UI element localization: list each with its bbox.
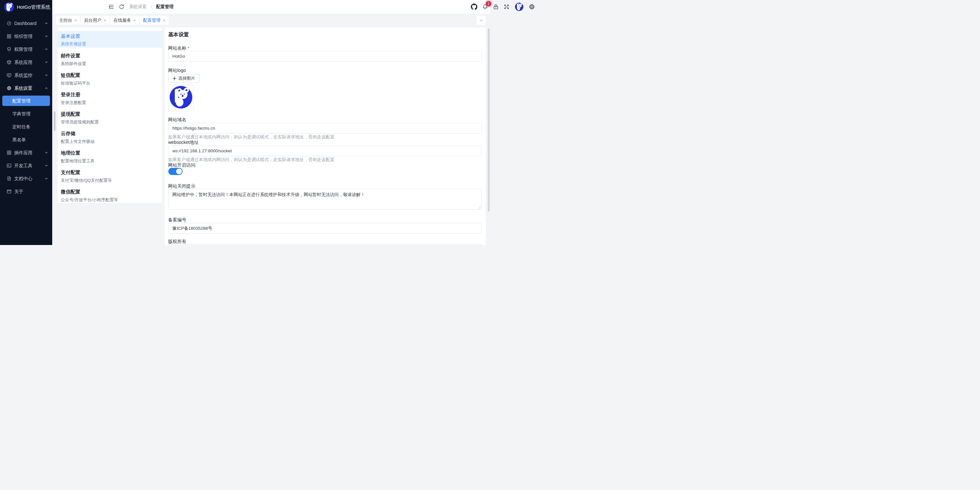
terminal-icon [6, 163, 12, 168]
content-area: 基本设置 系统常规设置 邮件设置 系统邮件设置 短信配置 短信验证码平台 登录注… [52, 27, 490, 245]
sidebar-item-plugins[interactable]: 插件应用 [0, 146, 52, 159]
chevron-down-icon [45, 164, 48, 167]
sidebar-subitem-scheduled-tasks[interactable]: 定时任务 [0, 120, 52, 133]
breadcrumb-parent[interactable]: 系统设置 [129, 4, 146, 9]
copyright-input[interactable] [168, 244, 482, 245]
chevron-down-icon [45, 48, 48, 51]
site-name-input[interactable] [168, 51, 482, 62]
chevron-down-icon [479, 18, 484, 23]
plus-icon [172, 76, 177, 80]
sidebar-subitem-dictionary[interactable]: 字典管理 [0, 107, 52, 120]
breadcrumb-separator: / [151, 4, 152, 9]
site-domain-input[interactable] [168, 123, 482, 133]
sidebar: HotGo管理系统 Dashboard 组织管理 权限管理 系统应用 系统 [0, 0, 52, 245]
tab-bar: 主控台 × 后台用户 × 在线服务 × 配置管理 × [52, 14, 490, 27]
settings-menu-item-basic[interactable]: 基本设置 系统常规设置 [58, 31, 162, 48]
sidebar-item-permissions[interactable]: 权限管理 [0, 43, 52, 56]
close-icon[interactable]: × [163, 18, 165, 23]
settings-menu-item-login[interactable]: 登录注册 登录注册配置 [58, 92, 162, 106]
tab-online-service[interactable]: 在线服务 × [110, 16, 139, 25]
pick-image-button[interactable]: 选择图片 [168, 74, 199, 82]
close-icon[interactable]: × [133, 18, 136, 23]
site-logo-preview[interactable] [168, 85, 194, 110]
form-title: 基本设置 [168, 32, 189, 38]
chevron-down-icon [45, 60, 48, 64]
close-tip-textarea[interactable]: 网站维护中，暂时无法访问！本网站正在进行系统维护和技术升级，网站暂时无法访问，敬… [168, 189, 482, 210]
site-name-label: 网站名称* [168, 45, 189, 51]
notification-badge: 1 [486, 1, 490, 6]
chevron-up-icon [45, 87, 48, 90]
koala-logo-icon [4, 2, 14, 12]
site-access-toggle[interactable] [168, 168, 183, 175]
koala-logo-image [170, 86, 192, 109]
github-icon[interactable] [471, 3, 477, 10]
close-icon[interactable]: × [104, 18, 107, 23]
close-icon[interactable]: × [75, 18, 77, 23]
sidebar-subitem-blacklist[interactable]: 黑名单 [0, 133, 52, 146]
apps-icon [6, 150, 12, 155]
monitor-chart-icon [6, 73, 12, 78]
shield-check-icon [6, 47, 12, 52]
sidebar-item-dashboard[interactable]: Dashboard [0, 17, 52, 30]
settings-menu-item-email[interactable]: 邮件设置 系统邮件设置 [58, 53, 162, 67]
app-logo-row[interactable]: HotGo管理系统 [0, 0, 52, 14]
tab-collapse-button[interactable] [477, 16, 486, 25]
about-frame-icon [6, 189, 12, 194]
page-scrollbar-thumb[interactable] [488, 29, 490, 212]
required-mark: * [188, 46, 189, 51]
document-icon [6, 176, 12, 181]
toggle-knob [176, 168, 182, 174]
chevron-down-icon [45, 35, 48, 38]
sidebar-subitem-config-management[interactable]: 配置管理 [2, 95, 50, 106]
icp-input[interactable] [168, 223, 482, 234]
settings-menu-item-wechat[interactable]: 微信配置 公众号/开放平台/小程序配置等 [58, 189, 162, 203]
gear-icon [6, 86, 12, 91]
settings-menu-item-cloud-storage[interactable]: 云存储 配置上传文件驱动 [58, 131, 162, 144]
settings-menu-item-payment[interactable]: 支付配置 支付宝/微信/QQ支付配置等 [58, 170, 162, 184]
app-title: HotGo管理系统 [17, 0, 50, 14]
refresh-icon[interactable] [118, 3, 125, 10]
sidebar-item-about[interactable]: 关于 [0, 185, 52, 198]
tab-config-management[interactable]: 配置管理 × [140, 16, 169, 25]
breadcrumb-current: 配置管理 [156, 4, 173, 9]
websocket-helper: 如果客户端通过本地或内网访问，则认为是调试模式，走实际请求地址，否则走该配置 [168, 157, 335, 163]
sidebar-item-docs-center[interactable]: 文档中心 [0, 172, 52, 185]
sidebar-item-system-settings[interactable]: 系统设置 [0, 82, 52, 95]
basic-settings-form: 基本设置 网站名称* 网站logo 选择图片 网站域名 如果客户端通过本地或内网 [165, 27, 486, 245]
settings-menu-card: 基本设置 系统常规设置 邮件设置 系统邮件设置 短信配置 短信验证码平台 登录注… [58, 27, 162, 203]
sidebar-item-system-monitor[interactable]: 系统监控 [0, 69, 52, 82]
sidebar-item-system-apps[interactable]: 系统应用 [0, 56, 52, 69]
icp-label: 备案编号 [168, 217, 186, 223]
close-tip-label: 网站关闭提示 [168, 184, 196, 189]
chevron-down-icon [45, 151, 48, 154]
websocket-label: websocket地址 [168, 140, 199, 146]
sidebar-item-organization[interactable]: 组织管理 [0, 30, 52, 43]
menu-fold-icon[interactable] [108, 3, 115, 10]
sidebar-scrollbar-thumb[interactable] [54, 111, 56, 131]
settings-menu-item-geo[interactable]: 地理位置 配置地理位置工具 [58, 150, 162, 164]
breadcrumb: 系统设置 / 配置管理 [129, 0, 173, 14]
websocket-input[interactable] [168, 146, 482, 156]
top-header: 系统设置 / 配置管理 1 [52, 0, 490, 14]
speedometer-icon [6, 21, 12, 26]
settings-menu-item-withdraw[interactable]: 提现配置 管理员提现规则配置 [58, 111, 162, 125]
settings-menu-item-sms[interactable]: 短信配置 短信验证码平台 [58, 72, 162, 86]
site-access-label: 网站开启访问 [168, 162, 196, 168]
chevron-down-icon [45, 74, 48, 77]
tab-backend-users[interactable]: 后台用户 × [81, 16, 110, 25]
tab-dashboard[interactable]: 主控台 × [56, 16, 80, 25]
site-domain-label: 网站域名 [168, 117, 186, 123]
sidebar-item-dev-tools[interactable]: 开发工具 [0, 159, 52, 172]
site-logo-label: 网站logo [168, 68, 186, 74]
site-domain-helper: 如果客户端通过本地或内网访问，则认为是调试模式，走实际请求地址，否则走该配置 [168, 134, 335, 140]
grid-icon [6, 34, 12, 39]
chevron-down-icon [45, 177, 48, 180]
cube-icon [6, 60, 12, 65]
chevron-down-icon [45, 22, 48, 25]
